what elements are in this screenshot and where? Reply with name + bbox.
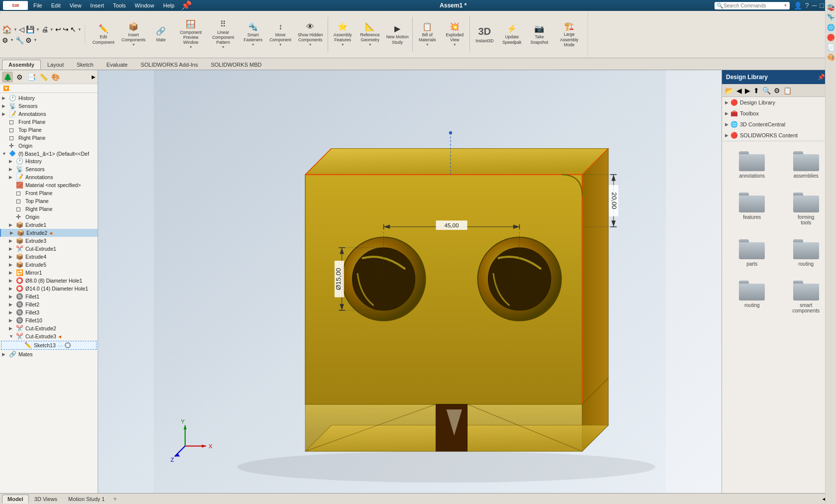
exploded-view-button[interactable]: 💥 ExplodedView ▼ [441, 20, 469, 49]
search-box[interactable]: 🔍 ▼ [715, 2, 790, 9]
tree-material[interactable]: 🧱 Material <not specified> [0, 181, 98, 189]
mate-button[interactable]: 🔗 Mate [147, 24, 175, 44]
rebuild-icon[interactable]: 🔧 [15, 36, 24, 44]
rp-icon2[interactable]: ◀ [735, 86, 743, 96]
tab-mbd[interactable]: SOLIDWORKS MBD [204, 60, 268, 70]
pin-right-icon[interactable]: 📌 [818, 74, 825, 81]
undo-icon[interactable]: ↩ [55, 25, 61, 33]
config-manager-tab[interactable]: 📑 [26, 72, 37, 83]
menu-insert[interactable]: Insert [89, 2, 106, 9]
print-icon[interactable]: 🖨 [41, 25, 48, 33]
tree-base1[interactable]: ▼ 🔷 (f) Base1_&<1> (Default<<Def [0, 150, 98, 157]
tab-model[interactable]: Model [2, 495, 29, 504]
tree-extrude4[interactable]: ▶ 📦 Extrude4 [0, 253, 98, 261]
menu-help[interactable]: Help [162, 2, 176, 9]
menu-edit[interactable]: Edit [50, 2, 62, 9]
tab-3d-views[interactable]: 3D Views [29, 495, 63, 504]
settings2-icon[interactable]: ⚙ [25, 36, 32, 44]
tree-top-plane[interactable]: ◻ Top Plane [0, 126, 98, 134]
tab-assembly[interactable]: Assembly [2, 60, 41, 70]
tree-right-plane2[interactable]: ◻ Right Plane [0, 205, 98, 213]
tree-sketch13[interactable]: ✏️ Sketch13 - - - - [1, 341, 97, 350]
lib-folder-annotations[interactable]: annotations [728, 147, 776, 183]
lib-folder-routing[interactable]: routing [728, 277, 776, 317]
rp-icon3[interactable]: ▶ [744, 86, 751, 96]
tree-cut-extrude3[interactable]: ▼ ✂️ Cut-Extrude3 ◄ [0, 332, 98, 340]
rs-icon1[interactable]: 📚 [827, 4, 835, 12]
lib-folder-smart-components[interactable]: smartcomponents [782, 277, 831, 317]
edit-component-button[interactable]: ✏️ Edit Component [87, 22, 120, 47]
help-icon[interactable]: ? [805, 1, 809, 9]
lib-folder-assemblies[interactable]: assemblies [782, 147, 831, 183]
lib-folder-forming-tools[interactable]: formingtools [782, 189, 831, 229]
redo-icon[interactable]: ↪ [63, 25, 69, 33]
assembly-features-button[interactable]: ⭐ AssemblyFeatures ▼ [329, 20, 357, 49]
tree-annotations2[interactable]: ▶ 📝 Annotations [0, 173, 98, 181]
design-lib-icon[interactable]: 📚 [0, 5, 0, 17]
smart-fasteners-button[interactable]: 🔩 SmartFasteners ▼ [239, 20, 267, 49]
rp-icon6[interactable]: ⚙ [773, 86, 781, 96]
tree-cut-extrude2[interactable]: ▶ ✂️ Cut-Extrude2 [0, 324, 98, 332]
feature-tree-content[interactable]: ▶ 🕐 History ▶ 📡 Sensors ▶ 📝 Annotations … [0, 93, 98, 493]
minimize-button[interactable]: ─ [812, 1, 817, 9]
lib-design-library[interactable]: ▶ 🔴 Design Library [722, 97, 836, 108]
property-manager-tab[interactable]: ⚙ [14, 72, 25, 83]
tree-front-plane[interactable]: ◻ Front Plane [0, 118, 98, 126]
lib-toolbox[interactable]: ▶ 🧰 Toolbox [722, 108, 836, 119]
rp-icon5[interactable]: 🔍 [761, 86, 772, 96]
tab-addins[interactable]: SOLIDWORKS Add-Ins [134, 60, 204, 70]
home-icon[interactable]: 🏠 [2, 25, 12, 34]
tree-origin[interactable]: ✛ Origin [0, 142, 98, 150]
tree-mates[interactable]: ▶ 🔗 Mates [0, 350, 98, 358]
rs-icon4[interactable]: 🔴 [827, 34, 835, 42]
tree-extrude2[interactable]: ▶ 📦 Extrude2 ◄ [0, 229, 98, 237]
large-assembly-button[interactable]: 🏗️ LargeAssemblyMode [553, 19, 586, 49]
tree-top-plane2[interactable]: ◻ Top Plane [0, 197, 98, 205]
instant3d-button[interactable]: 3D Instant3D [471, 23, 498, 45]
cursor-icon[interactable]: ↖ [70, 25, 76, 33]
rs-icon6[interactable]: 🎨 [827, 54, 835, 62]
tree-sensors[interactable]: ▶ 📡 Sensors [0, 102, 98, 110]
tree-origin2[interactable]: ✛ Origin [0, 213, 98, 221]
rs-icon2[interactable]: 🔩 [827, 14, 835, 22]
back-icon[interactable]: ◁ [19, 25, 24, 33]
tree-mirror1[interactable]: ▶ 🔁 Mirror1 [0, 269, 98, 277]
tree-fillet1[interactable]: ▶ 🔘 Fillet1 [0, 293, 98, 301]
appearance-tab[interactable]: 🎨 [50, 72, 61, 83]
tree-extrude3[interactable]: ▶ 📦 Extrude3 [0, 237, 98, 245]
component-preview-button[interactable]: 🪟 ComponentPreviewWindow ▼ [175, 17, 207, 51]
tree-annotations[interactable]: ▶ 📝 Annotations [0, 110, 98, 118]
expand-arrow[interactable]: ▶ [92, 74, 96, 80]
menu-bar[interactable]: File Edit View Insert Tools Window Help [32, 2, 176, 9]
tree-hole2[interactable]: ▶ ⭕ Ø14.0 (14) Diameter Hole1 [0, 285, 98, 293]
search-input[interactable] [723, 3, 783, 8]
tree-hole1[interactable]: ▶ ⭕ Ø8.0 (8) Diameter Hole1 [0, 277, 98, 285]
tab-sketch[interactable]: Sketch [70, 60, 100, 70]
lib-folder-motion[interactable]: parts [728, 235, 776, 271]
tree-fillet3[interactable]: ▶ 🔘 Fillet3 [0, 308, 98, 316]
menu-view[interactable]: View [68, 2, 83, 9]
lib-sw-content[interactable]: ▶ 🔴 SOLIDWORKS Content [722, 130, 836, 141]
tree-sensors2[interactable]: ▶ 📡 Sensors [0, 165, 98, 173]
tree-fillet10[interactable]: ▶ 🔘 Fillet10 [0, 316, 98, 324]
lib-3d-content[interactable]: ▶ 🌐 3D ContentCentral [722, 119, 836, 130]
dim-expert-tab[interactable]: 📏 [38, 72, 49, 83]
rp-icon4[interactable]: ⬆ [752, 86, 760, 96]
lib-folder-features[interactable]: features [728, 189, 776, 229]
lib-folder-parts[interactable]: routing [782, 235, 831, 271]
take-snapshot-button[interactable]: 📷 TakeSnapshot [526, 22, 553, 47]
tree-cut-extrude1[interactable]: ▶ ✂️ Cut-Extrude1 [0, 245, 98, 253]
rs-icon3[interactable]: 🌐 [827, 24, 835, 32]
rs-icon5[interactable]: 📄 [827, 44, 835, 52]
menu-tools[interactable]: Tools [112, 2, 127, 9]
tree-front-plane2[interactable]: ◻ Front Plane [0, 189, 98, 197]
tab-layout[interactable]: Layout [41, 60, 70, 70]
update-speedpak-button[interactable]: ⚡ UpdateSpeedpak [498, 22, 526, 47]
menu-window[interactable]: Window [133, 2, 156, 9]
tree-extrude5[interactable]: ▶ 📦 Extrude5 [0, 261, 98, 269]
insert-components-button[interactable]: 📦 InsertComponents ▼ [120, 20, 147, 49]
tree-history[interactable]: ▶ 🕐 History [0, 94, 98, 102]
options-icon[interactable]: ⚙ [2, 36, 8, 44]
restore-button[interactable]: □ [820, 1, 824, 9]
new-motion-button[interactable]: ▶ New MotionStudy [384, 22, 411, 47]
